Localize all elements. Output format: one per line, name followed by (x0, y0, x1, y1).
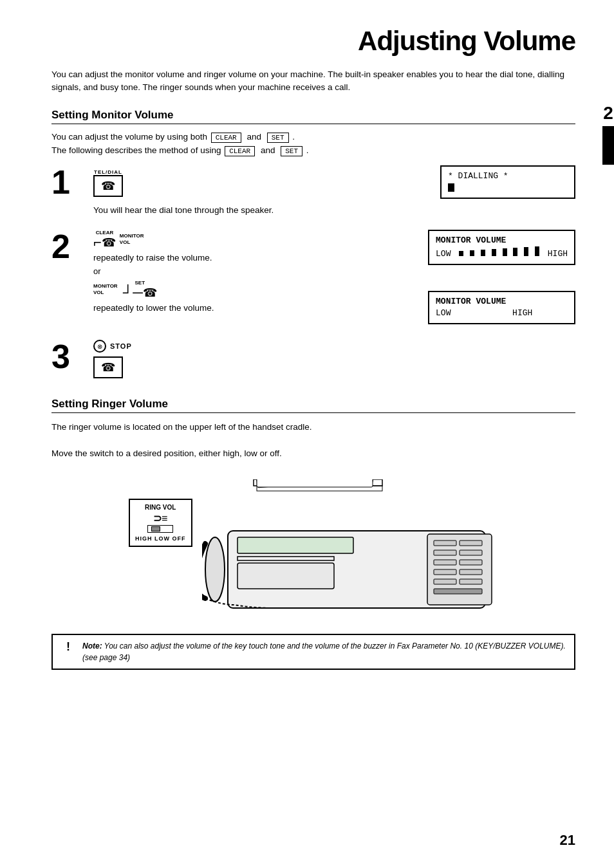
svg-rect-12 (434, 579, 456, 584)
vbar7 (524, 247, 528, 256)
section1-line2: The following describes the method of us… (51, 145, 575, 156)
note-icon: ! (60, 640, 76, 654)
step2-displays: MONITOR VOLUME LOW (428, 230, 575, 329)
step2-desc1: repeatedly to raise the volume. (93, 253, 409, 263)
svg-rect-7 (460, 550, 482, 555)
slider-track (147, 525, 173, 533)
set-combo: SET └ ─ ☎ (123, 280, 157, 300)
stop-key-box: ☎ (93, 356, 123, 378)
monitor-vol-group1: MONITOR VOL (120, 233, 144, 245)
svg-rect-9 (460, 560, 482, 565)
vbar1 (459, 251, 463, 256)
clear-key-inline: CLEAR (211, 133, 241, 143)
step2-desc2: repeatedly to lower the volume. (93, 303, 409, 313)
svg-rect-14 (434, 589, 482, 594)
monitor-vol-label2: VOL (120, 239, 130, 246)
vbar6 (513, 248, 517, 256)
tab-number: 2 (603, 103, 613, 124)
svg-rect-5 (460, 540, 482, 546)
step2-left: CLEAR ⌐ ☎ MONITOR VOL (93, 230, 409, 316)
page-title: Adjusting Volume (51, 26, 575, 57)
svg-rect-10 (434, 569, 456, 575)
lcd-cursor (448, 183, 454, 192)
step2-lower-row: MONITOR VOL SET └ ─ ☎ (93, 280, 409, 300)
handset-icon4: ☎ (101, 360, 115, 374)
svg-rect-17 (237, 563, 334, 589)
section1-line1: You can adjust the volume by using both … (51, 132, 575, 143)
intro-text: You can adjust the monitor volume and ri… (51, 68, 575, 95)
step1-desc: You will hear the dial tone through the … (93, 205, 421, 215)
vbar4 (492, 249, 496, 256)
clear-key-inline2: CLEAR (225, 146, 255, 156)
vbar5 (503, 248, 507, 256)
monitor-vol-bar-line2: LOW HIGH (436, 308, 568, 319)
slider-group: ⊃≡ (147, 513, 173, 533)
lcd-monitor-high: MONITOR VOLUME LOW (428, 230, 575, 265)
svg-rect-8 (434, 560, 456, 565)
step3-number: 3 (51, 340, 87, 373)
svg-rect-21 (257, 479, 373, 487)
section2-heading: Setting Ringer Volume (51, 398, 575, 413)
monitor-vol-label4: VOL (93, 290, 104, 296)
stop-circle-icon: ⊗ (93, 340, 106, 353)
stop-label: STOP (110, 342, 132, 350)
lcd-dialling: * DIALLING * (440, 165, 575, 199)
step1-number: 1 (51, 165, 87, 199)
and-text2: and (261, 145, 275, 155)
svg-rect-15 (237, 537, 353, 553)
section-monitor-volume: Setting Monitor Volume You can adjust th… (51, 109, 575, 379)
high-label2: HIGH (512, 308, 532, 318)
step2-number: 2 (51, 230, 87, 263)
high-label1: HIGH (548, 249, 568, 259)
stop-row: ⊗ STOP (93, 340, 575, 353)
set-bracket: └ ─ ☎ (123, 286, 157, 300)
note-text: Note: You can also adjust the volume of … (82, 640, 566, 663)
teldial-icon: TEL/DIAL ☎ (93, 169, 123, 197)
step1-container: 1 TEL/DIAL ☎ You will hear the dial tone… (51, 165, 575, 218)
note-body: You can also adjust the volume of the ke… (82, 642, 566, 662)
set-key-inline2: SET (281, 146, 302, 156)
tab-bar (602, 126, 614, 165)
handset-icon3: ☎ (143, 286, 157, 300)
ring-vol-options: HIGH LOW OFF (135, 535, 186, 542)
ring-vol-switch: RING VOL ⊃≡ HIGH LOW OFF (129, 499, 192, 547)
clear-bracket: ⌐ ☎ (93, 235, 116, 250)
monitor-vol-label3: MONITOR (93, 283, 118, 290)
lcd-monitor-low: MONITOR VOLUME LOW HIGH (428, 291, 575, 324)
set-bracket-sym: └ (123, 286, 133, 300)
step1-display: * DIALLING * (440, 165, 575, 203)
slider-d-shape: ⊃≡ (153, 513, 167, 524)
teldial-key-box: ☎ (93, 175, 123, 197)
step2-container: 2 CLEAR ⌐ ☎ (51, 230, 575, 329)
handset-icon2: ☎ (102, 235, 116, 250)
monitor-vol-bar-line: LOW (436, 246, 568, 260)
fax-illustration: RING VOL ⊃≡ HIGH LOW OFF (51, 473, 575, 614)
fax-machine-svg (202, 479, 563, 614)
line2-text: The following describes the method of us… (51, 145, 221, 155)
page-container: 2 Adjusting Volume You can adjust the mo… (0, 0, 614, 868)
step2-with-display: CLEAR ⌐ ☎ MONITOR VOL (93, 230, 575, 329)
svg-rect-11 (460, 569, 482, 575)
step1-content: TEL/DIAL ☎ You will hear the dial tone t… (93, 165, 575, 218)
section1-heading: Setting Monitor Volume (51, 109, 575, 124)
step1-with-display: TEL/DIAL ☎ You will hear the dial tone t… (93, 165, 575, 218)
step3-content: ⊗ STOP ☎ (93, 340, 575, 378)
side-tab: 2 (602, 103, 614, 165)
svg-point-18 (205, 537, 225, 602)
vbar8 (535, 246, 539, 256)
step2-raise: CLEAR ⌐ ☎ MONITOR VOL (93, 230, 409, 263)
section-ringer-volume: Setting Ringer Volume The ringer volume … (51, 398, 575, 614)
vbar2 (470, 250, 474, 256)
ringer-text2: Move the switch to a desired position, e… (51, 447, 575, 460)
lcd-line1: * DIALLING * (448, 171, 568, 182)
svg-rect-4 (434, 540, 456, 546)
step3-container: 3 ⊗ STOP ☎ (51, 340, 575, 378)
svg-rect-13 (460, 579, 482, 584)
dash-sym: ─ (133, 286, 143, 300)
ringer-text1: The ringer volume is located on the uppe… (51, 421, 575, 434)
plus-bracket: ⌐ (93, 235, 102, 250)
page-number: 21 (560, 832, 575, 849)
vol-bars-high (458, 249, 545, 259)
monitor-vol-group2: MONITOR VOL (93, 283, 118, 295)
step2-raise-row: CLEAR ⌐ ☎ MONITOR VOL (93, 230, 409, 250)
